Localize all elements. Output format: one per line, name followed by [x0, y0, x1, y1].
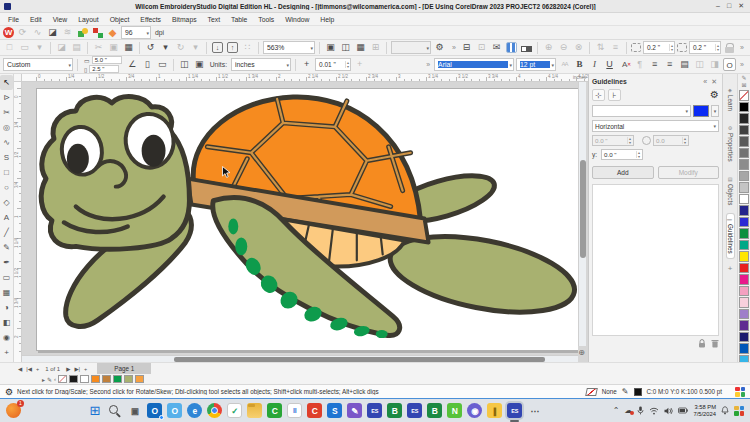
task-view-button[interactable]: ▣ [127, 403, 142, 418]
coreldraw-app[interactable]: C [307, 403, 322, 418]
color-swatch[interactable] [739, 228, 749, 239]
notepad-app[interactable]: N [447, 403, 462, 418]
shape-diamond-icon[interactable]: ◆ [106, 26, 119, 39]
add-preset-icon[interactable]: + [353, 58, 366, 71]
menu-help[interactable]: Help [320, 16, 334, 23]
color-swatch[interactable] [739, 205, 749, 216]
drop-shadow-tool[interactable]: ◑ [0, 300, 13, 315]
open-icon[interactable]: ▭ [18, 41, 31, 54]
snagit-app[interactable]: S [327, 403, 342, 418]
pattern-fill-tool[interactable]: ▦ [0, 285, 13, 300]
group-icon[interactable]: ⊟ [460, 41, 473, 54]
brush-tool[interactable]: ✎ [0, 240, 13, 255]
color-swatch[interactable] [739, 274, 749, 285]
overflow-chevron-right[interactable]: » [738, 44, 746, 51]
overflow-more-button[interactable]: ⋯ [527, 403, 542, 418]
mail-app[interactable]: O [167, 403, 182, 418]
color-swatch[interactable] [739, 343, 749, 354]
outline-color-chip[interactable] [634, 388, 642, 396]
onedrive-icon[interactable]: ☁ [624, 406, 632, 415]
undo-list-icon[interactable]: ▾ [159, 41, 172, 54]
doc-color-swatch[interactable] [80, 375, 89, 383]
doc-color-swatch[interactable] [102, 375, 111, 383]
print-icon[interactable]: ▤ [70, 41, 83, 54]
guideline-vertical-icon[interactable]: ⊦ [608, 89, 621, 101]
search-button[interactable] [107, 403, 122, 418]
zoom-to-selected-icon[interactable]: ▣ [324, 41, 337, 54]
color-swatch[interactable] [739, 182, 749, 193]
notification-icon[interactable]: 1 [6, 403, 21, 418]
page-background-icon[interactable]: ▣ [193, 58, 206, 71]
menu-tools[interactable]: Tools [258, 16, 274, 23]
line-tool[interactable]: ╱ [0, 225, 13, 240]
guidelines-settings-gear-icon[interactable]: ⚙ [710, 89, 719, 100]
paragraph-marks-icon[interactable]: ¶ [633, 58, 646, 71]
restore-button[interactable]: □ [727, 2, 731, 10]
redo-list-icon[interactable]: ▾ [189, 41, 202, 54]
guidelines-list[interactable] [592, 184, 719, 336]
page-nav-button[interactable]: ▶| [74, 366, 80, 372]
yellow-app[interactable]: ∥ [487, 403, 502, 418]
vertical-scrollbar-thumb[interactable] [580, 160, 586, 258]
digitize-objects-icon[interactable] [91, 26, 104, 39]
page-preset-combo[interactable]: Custom▾ [3, 58, 73, 71]
ruler-corner[interactable] [14, 74, 22, 82]
pick-tool[interactable]: ↖ [0, 75, 13, 90]
units-combo[interactable]: inches▾ [231, 58, 291, 71]
font-steps-icon[interactable]: AA [558, 58, 571, 71]
envelope-icon[interactable]: ✉ [490, 41, 503, 54]
color-swatch[interactable] [739, 240, 749, 251]
numbered-list-icon[interactable]: ≡ [663, 58, 676, 71]
cut-icon[interactable]: ✂ [92, 41, 105, 54]
undo-icon[interactable]: ↺ [144, 41, 157, 54]
align-icon[interactable]: ≡ [609, 41, 622, 54]
start-button[interactable]: ⊞ [87, 403, 102, 418]
text-columns-icon[interactable]: ◫ [693, 58, 706, 71]
page-nav-button[interactable]: ▶ [66, 366, 70, 372]
save-to-embroidery-icon[interactable]: ◪ [46, 26, 59, 39]
guideline-y-field[interactable]: 0.0 "▴▾ [601, 149, 643, 160]
color-swatch[interactable] [739, 125, 749, 136]
color-swatch[interactable] [739, 297, 749, 308]
page-nav-button[interactable]: |◀ [26, 366, 32, 372]
options-gear-icon[interactable]: ⚙ [433, 41, 446, 54]
doc-color-swatch[interactable] [113, 375, 122, 383]
outlook-app[interactable]: O [147, 403, 162, 418]
widgets-icon[interactable] [734, 406, 744, 416]
lock-guidelines-icon[interactable] [698, 339, 706, 348]
color-swatch[interactable] [739, 113, 749, 124]
bernina-app[interactable]: B [387, 403, 402, 418]
pen-tool[interactable]: ✒ [0, 255, 13, 270]
color-swatch[interactable] [739, 286, 749, 297]
columns-toggle-icon[interactable] [506, 42, 517, 53]
guideline-color-dropdown[interactable]: ▾ [711, 105, 719, 117]
color-swatch[interactable] [739, 136, 749, 147]
smart-fill-tool[interactable]: ◧ [0, 315, 13, 330]
more-tools[interactable]: + [0, 345, 13, 360]
zoom-level-combo[interactable]: 563%▾ [263, 41, 315, 54]
text-frame-icon[interactable]: ◨ [708, 58, 721, 71]
intersect-icon[interactable]: ⊗ [572, 41, 585, 54]
freehand-tool[interactable]: ∿ [0, 135, 13, 150]
show-grid-icon[interactable]: ▦ [354, 41, 367, 54]
add-guideline-button[interactable]: Add [592, 166, 654, 179]
color-swatch[interactable] [739, 194, 749, 205]
docker-tab-guidelines[interactable]: ∥Guidelines [727, 214, 734, 258]
color-swatch[interactable] [739, 320, 749, 331]
bernina-app-2[interactable]: B [427, 403, 442, 418]
microphone-icon[interactable] [637, 406, 644, 415]
propbar-chevron-right[interactable]: » [738, 61, 746, 68]
no-color-swatch[interactable] [739, 90, 749, 101]
outline-width-field[interactable]: 0.2 "▴▾ [643, 41, 675, 54]
vertical-ruler[interactable]: 01/41/23/411 1/41 1/21 3/42 [14, 82, 22, 362]
copy-icon[interactable]: ▣ [107, 41, 120, 54]
menu-view[interactable]: View [53, 16, 68, 23]
menu-text[interactable]: Text [208, 16, 220, 23]
edit-text-button[interactable]: O [723, 58, 736, 71]
artistic-media-tool[interactable]: S [0, 150, 13, 165]
import-icon[interactable]: ↓ [212, 42, 223, 53]
doc-palette-icon[interactable]: ‹ [54, 376, 56, 382]
rotate-angle-icon[interactable]: ∠ [126, 58, 139, 71]
doc-color-swatch[interactable] [124, 375, 133, 383]
fill-color-icon[interactable] [585, 388, 598, 396]
